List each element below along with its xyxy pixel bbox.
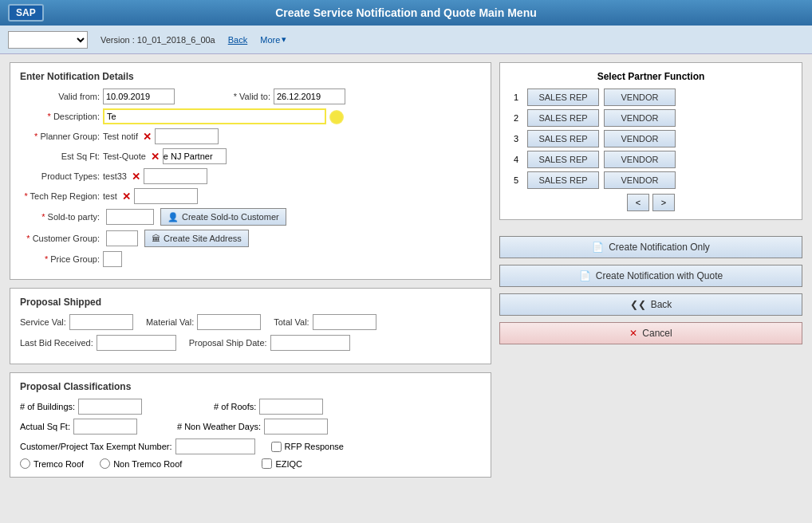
cursor-indicator [329, 110, 344, 124]
material-val-input[interactable] [197, 314, 261, 330]
rfp-response-group: RFP Response [271, 442, 344, 452]
ship-date-input[interactable] [270, 335, 350, 351]
proposal-values-row: Service Val: Material Val: Total Val: [20, 314, 481, 330]
ship-date-group: Proposal Ship Date: [189, 335, 350, 351]
sold-to-label: Sold-to party: [20, 212, 100, 222]
total-val-input[interactable] [313, 314, 376, 330]
sap-logo: SAP [8, 4, 44, 22]
valid-to-input[interactable] [274, 88, 345, 104]
vendor-button-5[interactable]: VENDOR [604, 171, 676, 189]
tremco-roof-group: Tremco Roof [20, 458, 84, 469]
sales-rep-button-3[interactable]: SALES REP [527, 130, 599, 147]
vendor-button-4[interactable]: VENDOR [604, 151, 676, 168]
tremco-roof-label: Tremco Roof [34, 459, 84, 469]
vendor-button-3[interactable]: VENDOR [604, 130, 676, 147]
rfp-response-checkbox[interactable] [271, 442, 282, 452]
non-tremco-label: Non Tremco Roof [113, 459, 182, 469]
material-val-group: Material Val: [146, 314, 261, 330]
product-types-input[interactable] [144, 168, 207, 184]
partner-prev-button[interactable]: < [627, 194, 649, 211]
tech-rep-clear-button[interactable]: ✕ [122, 191, 131, 202]
tech-rep-value: test [103, 191, 117, 201]
roofs-label: # of Roofs: [214, 402, 256, 411]
actual-sqft-input[interactable] [73, 419, 137, 435]
buildings-group: # of Buildings: [20, 399, 142, 415]
price-group-input[interactable] [103, 251, 122, 267]
non-weather-label: # Non Weather Days: [177, 422, 261, 431]
valid-from-input[interactable] [103, 88, 175, 104]
price-group-row: Price Group: [20, 251, 481, 267]
building-icon: 🏛 [152, 234, 160, 243]
customer-group-label: Customer Group: [20, 234, 100, 243]
notification-section-title: Enter Notification Details [20, 71, 481, 82]
roofs-group: # of Roofs: [214, 399, 323, 415]
planner-group-row: Planner Group: Test notif ✕ [20, 128, 481, 144]
est-sq-ft-input[interactable] [163, 148, 227, 164]
toolbar: Version : 10_01_2018_6_00a Back More ▾ [0, 26, 812, 54]
vendor-button-1[interactable]: VENDOR [604, 88, 676, 106]
back-arrow-icon: ❮❮ [630, 299, 646, 310]
buildings-roofs-row: # of Buildings: # of Roofs: [20, 399, 481, 415]
sales-rep-button-2[interactable]: SALES REP [527, 109, 599, 127]
more-dropdown[interactable]: More ▾ [260, 34, 286, 45]
notification-details-section: Enter Notification Details Valid from: *… [10, 62, 491, 280]
sales-rep-button-5[interactable]: SALES REP [527, 171, 599, 189]
create-site-address-button[interactable]: 🏛 Create Site Address [144, 230, 249, 247]
vendor-button-2[interactable]: VENDOR [604, 109, 676, 127]
product-types-label: Product Types: [20, 171, 100, 181]
cancel-button[interactable]: ✕ Cancel [499, 322, 802, 344]
tremco-roof-radio[interactable] [20, 458, 30, 469]
back-toolbar-button[interactable]: Back [228, 35, 247, 45]
description-input[interactable] [103, 108, 326, 124]
left-panel: Enter Notification Details Valid from: *… [10, 62, 491, 515]
proposal-section-title: Proposal Shipped [20, 297, 481, 308]
partner-row-3: 3 SALES REP VENDOR [510, 130, 792, 147]
buildings-input[interactable] [78, 399, 142, 415]
description-row: Description: [20, 108, 481, 124]
actual-sqft-group: Actual Sq Ft: [20, 419, 137, 435]
create-site-address-label: Create Site Address [164, 234, 242, 243]
roofs-input[interactable] [259, 399, 323, 415]
create-sold-to-button[interactable]: 👤 Create Sold-to Customer [160, 208, 286, 226]
non-weather-input[interactable] [264, 419, 328, 435]
partner-next-button[interactable]: > [652, 194, 675, 211]
partner-function-section: Select Partner Function 1 SALES REP VEND… [499, 62, 802, 220]
back-button[interactable]: ❮❮ Back [499, 293, 802, 316]
valid-date-row: Valid from: * Valid to: [20, 88, 481, 104]
planner-group-clear-button[interactable]: ✕ [143, 132, 152, 142]
partner-num-5: 5 [510, 175, 522, 185]
valid-to-group: * Valid to: [191, 88, 345, 104]
sqft-weather-row: Actual Sq Ft: # Non Weather Days: [20, 419, 481, 435]
service-val-input[interactable] [69, 314, 133, 330]
total-val-group: Total Val: [274, 314, 376, 330]
tech-rep-row: Tech Rep Region: test ✕ [20, 188, 481, 204]
material-val-label: Material Val: [146, 317, 194, 327]
create-sold-to-label: Create Sold-to Customer [182, 212, 279, 222]
sold-to-input[interactable] [106, 209, 154, 225]
notification-icon: 📄 [592, 242, 604, 253]
partner-row-4: 4 SALES REP VENDOR [510, 151, 792, 168]
sales-rep-button-4[interactable]: SALES REP [527, 151, 599, 168]
classifications-section: Proposal Classifications # of Buildings:… [10, 372, 491, 478]
last-bid-input[interactable] [97, 335, 176, 351]
planner-group-input[interactable] [155, 128, 219, 144]
actual-sqft-label: Actual Sq Ft: [20, 422, 70, 431]
eziqc-label: EZIQC [275, 459, 302, 469]
valid-from-group: Valid from: [20, 88, 175, 104]
create-notification-only-button[interactable]: 📄 Create Notification Only [499, 236, 802, 258]
product-types-clear-button[interactable]: ✕ [132, 171, 140, 182]
tech-rep-input[interactable] [134, 188, 198, 204]
eziqc-checkbox[interactable] [262, 458, 272, 469]
right-panel: Select Partner Function 1 SALES REP VEND… [499, 62, 802, 515]
last-bid-label: Last Bid Received: [20, 338, 93, 348]
non-weather-group: # Non Weather Days: [177, 419, 328, 435]
non-tremco-radio[interactable] [100, 458, 110, 469]
dropdown-select[interactable] [8, 31, 88, 49]
back-label: Back [651, 299, 672, 310]
est-sq-ft-clear-button[interactable]: ✕ [151, 151, 160, 162]
create-notification-with-quote-button[interactable]: 📄 Create Notification with Quote [499, 265, 802, 287]
customer-group-input[interactable] [106, 230, 138, 246]
tax-exempt-input[interactable] [175, 438, 255, 454]
ship-date-label: Proposal Ship Date: [189, 338, 267, 348]
sales-rep-button-1[interactable]: SALES REP [527, 88, 599, 106]
